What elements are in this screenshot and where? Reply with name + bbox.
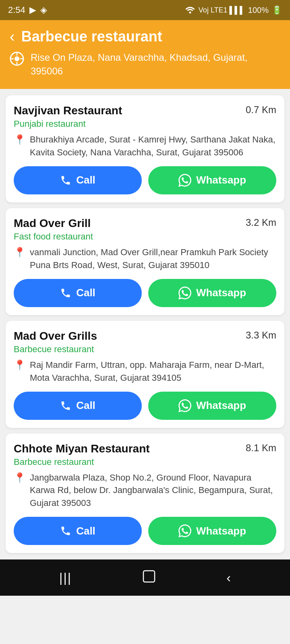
- distance-1: 3.2 Km: [246, 217, 276, 228]
- call-button-2[interactable]: Call: [14, 392, 142, 420]
- call-button-0[interactable]: Call: [14, 166, 142, 194]
- restaurant-name-0: Navjivan Restaurant: [14, 104, 122, 117]
- restaurant-type-0: Punjabi restaurant: [14, 119, 276, 129]
- whatsapp-label-0: Whatsapp: [196, 174, 246, 186]
- address-0: Bhurakhiya Arcade, Surat - Kamrej Hwy, S…: [30, 133, 276, 159]
- location-icon: [10, 52, 24, 69]
- battery: 100%: [248, 6, 269, 15]
- restaurant-name-2: Mad Over Grills: [14, 330, 97, 343]
- distance-2: 3.3 Km: [246, 330, 276, 341]
- call-label-0: Call: [76, 174, 95, 186]
- back-button[interactable]: ‹: [10, 29, 15, 44]
- whatsapp-button-3[interactable]: Whatsapp: [148, 517, 276, 545]
- sim-icon: ◈: [40, 5, 47, 15]
- call-label-2: Call: [76, 399, 95, 412]
- whatsapp-button-1[interactable]: Whatsapp: [148, 279, 276, 307]
- address-2: Raj Mandir Farm, Uttran, opp. Maharaja F…: [30, 359, 276, 384]
- status-left: 2:54 ▶ ◈: [8, 5, 47, 15]
- whatsapp-label-1: Whatsapp: [196, 287, 246, 299]
- svg-point-2: [14, 56, 19, 61]
- call-label-1: Call: [76, 287, 95, 299]
- back-nav-icon[interactable]: ‹: [226, 570, 231, 585]
- restaurant-card-0: Navjivan Restaurant 0.7 Km Punjabi resta…: [6, 95, 284, 202]
- home-icon[interactable]: [142, 569, 156, 586]
- page-header: ‹ Barbecue restaurant Rise On Plaza, Nan…: [0, 20, 290, 89]
- youtube-icon: ▶: [29, 5, 36, 15]
- restaurant-type-1: Fast food restaurant: [14, 231, 276, 242]
- address-3: Jangbarwala Plaza, Shop No.2, Ground Flo…: [30, 471, 276, 510]
- call-button-3[interactable]: Call: [14, 517, 142, 545]
- svg-rect-7: [143, 571, 155, 582]
- address-1: vanmali Junction, Mad Over Grill,near Pr…: [30, 246, 276, 272]
- svg-point-0: [189, 11, 191, 13]
- status-bar: 2:54 ▶ ◈ Voj LTE1 ▌▌▌ 100% 🔋: [0, 0, 290, 20]
- signal-icon: Voj LTE1 ▌▌▌: [199, 6, 245, 14]
- pin-icon-3: 📍: [14, 472, 26, 483]
- whatsapp-button-0[interactable]: Whatsapp: [148, 166, 276, 194]
- navigation-bar: ||| ‹: [0, 559, 290, 596]
- pin-icon-2: 📍: [14, 359, 26, 371]
- restaurant-card-2: Mad Over Grills 3.3 Km Barbecue restaura…: [6, 321, 284, 428]
- distance-0: 0.7 Km: [246, 104, 276, 116]
- header-address: Rise On Plaza, Nana Varachha, Khadsad, G…: [31, 51, 280, 78]
- time: 2:54: [8, 5, 25, 15]
- pin-icon-0: 📍: [14, 134, 26, 145]
- restaurant-card-1: Mad Over Grill 3.2 Km Fast food restaura…: [6, 208, 284, 315]
- battery-icon: 🔋: [272, 5, 282, 15]
- pin-icon-1: 📍: [14, 247, 26, 258]
- restaurant-list: Navjivan Restaurant 0.7 Km Punjabi resta…: [0, 89, 290, 559]
- whatsapp-button-2[interactable]: Whatsapp: [148, 392, 276, 420]
- restaurant-name-3: Chhote Miyan Restaurant: [14, 442, 150, 455]
- restaurant-type-2: Barbecue restaurant: [14, 344, 276, 355]
- restaurant-name-1: Mad Over Grill: [14, 217, 91, 230]
- whatsapp-label-3: Whatsapp: [196, 525, 246, 537]
- page-title: Barbecue restaurant: [21, 28, 162, 45]
- whatsapp-label-2: Whatsapp: [196, 399, 246, 412]
- status-right: Voj LTE1 ▌▌▌ 100% 🔋: [185, 5, 282, 16]
- distance-3: 8.1 Km: [246, 442, 276, 454]
- recent-apps-icon[interactable]: |||: [59, 570, 72, 585]
- call-button-1[interactable]: Call: [14, 279, 142, 307]
- restaurant-type-3: Barbecue restaurant: [14, 457, 276, 467]
- call-label-3: Call: [76, 525, 95, 537]
- wifi-icon: [185, 5, 195, 16]
- restaurant-card-3: Chhote Miyan Restaurant 8.1 Km Barbecue …: [6, 433, 284, 553]
